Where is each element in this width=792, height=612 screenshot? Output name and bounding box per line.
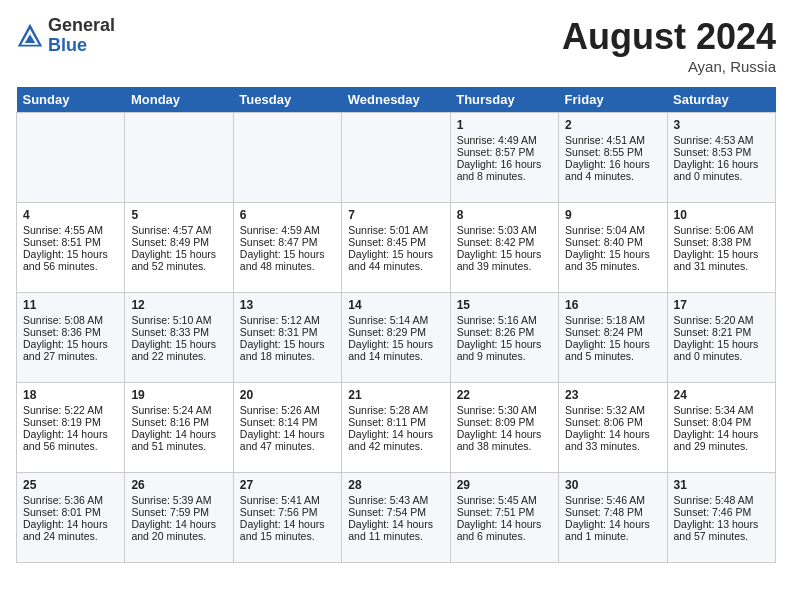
day-info: Sunset: 8:14 PM (240, 416, 335, 428)
day-info: and 44 minutes. (348, 260, 443, 272)
day-info: Sunrise: 5:12 AM (240, 314, 335, 326)
calendar-cell: 15Sunrise: 5:16 AMSunset: 8:26 PMDayligh… (450, 293, 558, 383)
day-info: Sunrise: 5:14 AM (348, 314, 443, 326)
calendar-cell: 9Sunrise: 5:04 AMSunset: 8:40 PMDaylight… (559, 203, 667, 293)
day-number: 10 (674, 208, 769, 222)
day-info: Sunrise: 4:55 AM (23, 224, 118, 236)
day-number: 4 (23, 208, 118, 222)
day-info: Sunset: 8:21 PM (674, 326, 769, 338)
calendar-cell: 14Sunrise: 5:14 AMSunset: 8:29 PMDayligh… (342, 293, 450, 383)
calendar-cell: 20Sunrise: 5:26 AMSunset: 8:14 PMDayligh… (233, 383, 341, 473)
day-info: Sunrise: 5:39 AM (131, 494, 226, 506)
calendar-cell: 2Sunrise: 4:51 AMSunset: 8:55 PMDaylight… (559, 113, 667, 203)
calendar-cell: 18Sunrise: 5:22 AMSunset: 8:19 PMDayligh… (17, 383, 125, 473)
day-info: Sunset: 8:09 PM (457, 416, 552, 428)
day-info: and 20 minutes. (131, 530, 226, 542)
day-info: Sunrise: 5:32 AM (565, 404, 660, 416)
calendar-cell: 30Sunrise: 5:46 AMSunset: 7:48 PMDayligh… (559, 473, 667, 563)
day-number: 20 (240, 388, 335, 402)
day-info: and 38 minutes. (457, 440, 552, 452)
day-number: 9 (565, 208, 660, 222)
day-number: 18 (23, 388, 118, 402)
day-info: Sunrise: 5:26 AM (240, 404, 335, 416)
day-info: Daylight: 15 hours (565, 338, 660, 350)
day-info: Sunrise: 5:01 AM (348, 224, 443, 236)
day-info: and 42 minutes. (348, 440, 443, 452)
weekday-header-tuesday: Tuesday (233, 87, 341, 113)
day-info: Sunset: 8:26 PM (457, 326, 552, 338)
day-number: 15 (457, 298, 552, 312)
day-info: Sunset: 8:19 PM (23, 416, 118, 428)
day-info: Daylight: 15 hours (348, 248, 443, 260)
day-info: Sunset: 8:55 PM (565, 146, 660, 158)
day-number: 5 (131, 208, 226, 222)
logo-text: General Blue (48, 16, 115, 56)
calendar-cell (342, 113, 450, 203)
weekday-header-monday: Monday (125, 87, 233, 113)
day-info: Sunrise: 5:20 AM (674, 314, 769, 326)
day-info: Daylight: 16 hours (457, 158, 552, 170)
calendar-cell: 16Sunrise: 5:18 AMSunset: 8:24 PMDayligh… (559, 293, 667, 383)
day-info: Daylight: 14 hours (457, 428, 552, 440)
calendar-cell: 13Sunrise: 5:12 AMSunset: 8:31 PMDayligh… (233, 293, 341, 383)
calendar-week-row: 11Sunrise: 5:08 AMSunset: 8:36 PMDayligh… (17, 293, 776, 383)
day-info: Sunrise: 5:46 AM (565, 494, 660, 506)
calendar-cell: 26Sunrise: 5:39 AMSunset: 7:59 PMDayligh… (125, 473, 233, 563)
day-info: Daylight: 14 hours (348, 518, 443, 530)
day-info: Sunset: 8:49 PM (131, 236, 226, 248)
day-info: Sunset: 7:56 PM (240, 506, 335, 518)
day-number: 8 (457, 208, 552, 222)
day-info: Daylight: 14 hours (131, 428, 226, 440)
day-number: 25 (23, 478, 118, 492)
day-number: 12 (131, 298, 226, 312)
day-info: and 56 minutes. (23, 440, 118, 452)
day-info: Sunrise: 5:04 AM (565, 224, 660, 236)
day-info: Sunrise: 5:48 AM (674, 494, 769, 506)
day-info: and 31 minutes. (674, 260, 769, 272)
day-info: and 0 minutes. (674, 350, 769, 362)
day-info: Daylight: 14 hours (674, 428, 769, 440)
day-info: Daylight: 13 hours (674, 518, 769, 530)
day-info: Sunset: 8:24 PM (565, 326, 660, 338)
day-info: Daylight: 15 hours (131, 338, 226, 350)
day-info: and 48 minutes. (240, 260, 335, 272)
day-info: Sunrise: 5:30 AM (457, 404, 552, 416)
weekday-header-friday: Friday (559, 87, 667, 113)
day-info: Sunset: 8:45 PM (348, 236, 443, 248)
day-info: and 52 minutes. (131, 260, 226, 272)
day-info: Sunrise: 5:43 AM (348, 494, 443, 506)
day-info: Sunrise: 5:06 AM (674, 224, 769, 236)
calendar-cell: 19Sunrise: 5:24 AMSunset: 8:16 PMDayligh… (125, 383, 233, 473)
day-info: Daylight: 15 hours (674, 338, 769, 350)
day-info: Daylight: 14 hours (23, 518, 118, 530)
logo-general: General (48, 16, 115, 36)
logo-blue: Blue (48, 36, 115, 56)
day-number: 7 (348, 208, 443, 222)
calendar-cell (233, 113, 341, 203)
day-info: and 9 minutes. (457, 350, 552, 362)
day-info: and 22 minutes. (131, 350, 226, 362)
calendar-body: 1Sunrise: 4:49 AMSunset: 8:57 PMDaylight… (17, 113, 776, 563)
day-number: 17 (674, 298, 769, 312)
day-info: Daylight: 15 hours (674, 248, 769, 260)
day-info: Daylight: 14 hours (240, 518, 335, 530)
location: Ayan, Russia (562, 58, 776, 75)
day-info: and 8 minutes. (457, 170, 552, 182)
day-info: and 27 minutes. (23, 350, 118, 362)
day-info: Sunset: 8:01 PM (23, 506, 118, 518)
day-info: Sunset: 8:57 PM (457, 146, 552, 158)
day-info: Daylight: 14 hours (565, 428, 660, 440)
weekday-header-thursday: Thursday (450, 87, 558, 113)
day-info: Sunset: 8:11 PM (348, 416, 443, 428)
day-info: and 1 minute. (565, 530, 660, 542)
day-info: Sunset: 8:53 PM (674, 146, 769, 158)
day-number: 31 (674, 478, 769, 492)
calendar-cell: 24Sunrise: 5:34 AMSunset: 8:04 PMDayligh… (667, 383, 775, 473)
day-info: and 14 minutes. (348, 350, 443, 362)
day-info: Sunrise: 4:53 AM (674, 134, 769, 146)
day-info: and 29 minutes. (674, 440, 769, 452)
day-info: and 18 minutes. (240, 350, 335, 362)
day-number: 27 (240, 478, 335, 492)
day-info: Sunset: 7:51 PM (457, 506, 552, 518)
day-number: 23 (565, 388, 660, 402)
